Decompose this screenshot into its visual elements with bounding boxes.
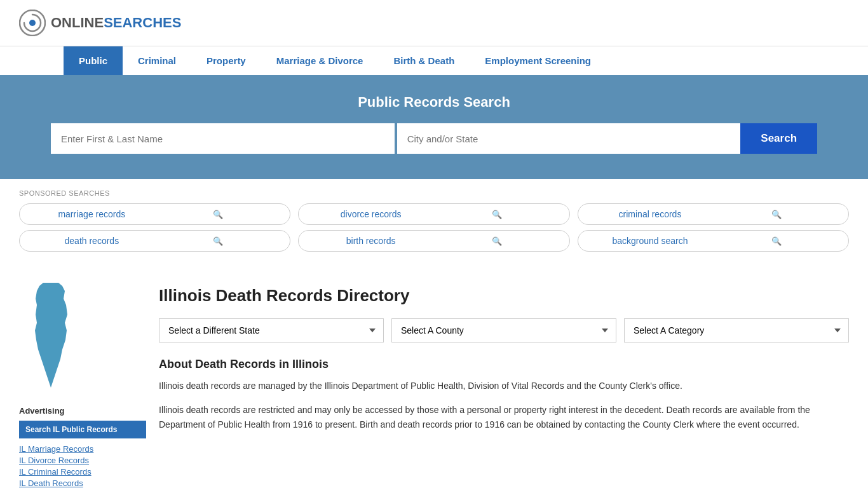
- pill-birth-records[interactable]: birth records 🔍: [298, 230, 569, 252]
- nav-item-criminal[interactable]: Criminal: [123, 46, 191, 75]
- search-bar: Search: [51, 123, 817, 154]
- content-wrapper: Advertising Search IL Public Records IL …: [0, 267, 868, 488]
- sidebar-links: IL Marriage Records IL Divorce Records I…: [19, 444, 146, 488]
- sponsored-label: SPONSORED SEARCHES: [19, 189, 849, 197]
- about-paragraph-1: Illinois death records are managed by th…: [159, 379, 849, 393]
- county-dropdown[interactable]: Select A County: [391, 318, 616, 342]
- search-icon: 🔍: [155, 236, 281, 246]
- category-dropdown[interactable]: Select A Category: [624, 318, 849, 342]
- list-item: IL Marriage Records: [19, 444, 146, 454]
- page-title: Illinois Death Records Directory: [159, 286, 849, 306]
- sponsored-section: SPONSORED SEARCHES marriage records 🔍 di…: [0, 179, 868, 267]
- dropdowns: Select a Different State Select A County…: [159, 318, 849, 342]
- main-container: SPONSORED SEARCHES marriage records 🔍 di…: [0, 179, 868, 488]
- city-input[interactable]: [397, 123, 741, 154]
- logo-text: ONLINESEARCHES: [51, 15, 181, 31]
- il-divorce-records-link[interactable]: IL Divorce Records: [19, 456, 89, 465]
- svg-point-1: [29, 20, 36, 26]
- search-icon: 🔍: [713, 236, 839, 246]
- site-header: ONLINESEARCHES: [0, 0, 868, 46]
- nav-item-marriage-divorce[interactable]: Marriage & Divorce: [261, 46, 379, 75]
- search-icon: 🔍: [155, 210, 281, 219]
- pills-row-2: death records 🔍 birth records 🔍 backgrou…: [19, 230, 849, 252]
- hero-title: Public Records Search: [51, 94, 817, 111]
- search-icon: 🔍: [434, 236, 560, 246]
- list-item: IL Criminal Records: [19, 466, 146, 477]
- name-input[interactable]: [51, 123, 395, 154]
- main-content: Illinois Death Records Directory Select …: [159, 280, 849, 488]
- pill-criminal-records[interactable]: criminal records 🔍: [578, 203, 849, 225]
- state-dropdown[interactable]: Select a Different State: [159, 318, 384, 342]
- search-icon: 🔍: [713, 210, 839, 219]
- hero-section: Public Records Search Search: [0, 75, 868, 179]
- main-nav: Public Criminal Property Marriage & Divo…: [0, 46, 868, 75]
- about-title: About Death Records in Illinois: [159, 358, 849, 371]
- about-paragraph-2: Illinois death records are restricted an…: [159, 403, 849, 431]
- pill-death-records[interactable]: death records 🔍: [19, 230, 290, 252]
- il-death-records-link[interactable]: IL Death Records: [19, 478, 83, 488]
- illinois-map: [19, 280, 83, 394]
- pill-background-search[interactable]: background search 🔍: [578, 230, 849, 252]
- nav-item-public[interactable]: Public: [64, 46, 123, 75]
- pill-marriage-records[interactable]: marriage records 🔍: [19, 203, 290, 225]
- nav-item-birth-death[interactable]: Birth & Death: [378, 46, 470, 75]
- nav-item-property[interactable]: Property: [191, 46, 261, 75]
- il-marriage-records-link[interactable]: IL Marriage Records: [19, 444, 93, 454]
- logo[interactable]: ONLINESEARCHES: [19, 10, 181, 36]
- list-item: IL Divorce Records: [19, 455, 146, 465]
- advertising-label: Advertising: [19, 406, 146, 416]
- pills-row-1: marriage records 🔍 divorce records 🔍 cri…: [19, 203, 849, 225]
- search-il-public-records-button[interactable]: Search IL Public Records: [19, 421, 146, 438]
- search-icon: 🔍: [434, 210, 560, 219]
- nav-item-employment[interactable]: Employment Screening: [470, 46, 606, 75]
- il-criminal-records-link[interactable]: IL Criminal Records: [19, 467, 92, 477]
- sidebar: Advertising Search IL Public Records IL …: [19, 280, 146, 488]
- list-item: IL Death Records: [19, 478, 146, 488]
- pill-divorce-records[interactable]: divorce records 🔍: [298, 203, 569, 225]
- logo-icon: [19, 10, 46, 36]
- search-button[interactable]: Search: [740, 123, 817, 154]
